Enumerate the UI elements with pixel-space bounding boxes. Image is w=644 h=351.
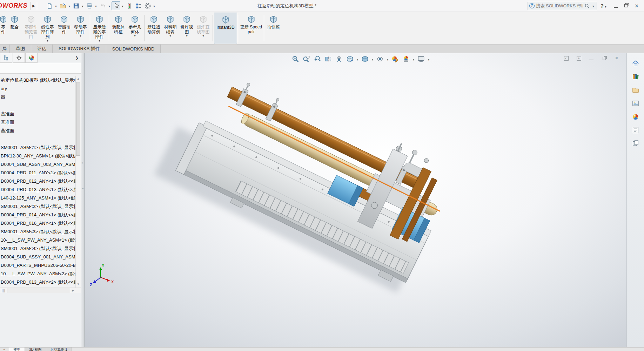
ribbon-button[interactable]: 新建运动算例 [146,13,162,44]
print-icon[interactable] [85,1,94,10]
display-manager-icon[interactable] [25,53,38,63]
display-settings-icon[interactable] [134,1,143,10]
ribbon-button[interactable]: 零件 [0,13,6,44]
feature-tree-icon[interactable] [0,53,12,63]
options-gear-icon[interactable] [143,1,152,10]
tree-item[interactable]: 的定位机构3D模型 (默认<默认_显示状 [0,76,81,85]
restore-icon[interactable] [601,55,608,62]
search-box[interactable] [528,2,597,10]
hide-show-items-icon[interactable] [375,54,385,64]
tree-item[interactable]: BPK12-30_ANY_ASM<1> (默认<默认 [0,152,81,160]
close-icon[interactable] [613,55,620,62]
scroll-right-icon[interactable] [70,289,76,292]
open-icon[interactable] [58,1,67,10]
tree-item[interactable]: D0004_PRD_013_ANY<2> (默认<<默 [0,278,81,286]
ribbon-button[interactable]: 移动零部件 [72,13,89,44]
tree-item[interactable]: D0004_SUB_ASSY_001_ANY_ASM<1 [0,253,81,261]
panel-flyout-icon[interactable] [74,55,80,61]
tree-item[interactable]: D0004_PRD_016_ANY<1> (默认<<默 [0,219,81,228]
tree-item[interactable]: D0004_SUB_ASSY_003_ANY_ASM<1 [0,160,81,169]
ribbon-button[interactable]: 更新 Speedpak [240,13,263,44]
section-view-icon[interactable] [323,54,333,64]
new-document-icon[interactable] [45,1,54,10]
chevron-down-icon[interactable] [371,56,374,62]
previous-view-icon[interactable] [312,54,322,64]
minimize-icon[interactable] [588,55,595,62]
restore-icon[interactable] [621,1,631,11]
tree-item[interactable]: 器 [0,93,81,101]
chevron-down-icon[interactable] [94,3,98,8]
tab-scroll-left-icon[interactable] [0,347,9,351]
document-pane-icon[interactable] [630,139,641,148]
tree-item[interactable]: 基准面 [0,110,81,118]
file-explorer-icon[interactable] [630,86,641,95]
chevron-down-icon[interactable] [412,56,415,62]
command-tab[interactable]: SOLIDWORKS 插件 [53,45,106,53]
tree-item[interactable]: 基准面 [0,118,81,127]
ribbon-button[interactable]: 线性零部件阵列 [39,13,56,44]
menu-flyout-icon[interactable] [30,2,37,10]
minimize-icon[interactable] [610,1,621,11]
scroll-down-icon[interactable] [76,282,81,287]
tree-item[interactable]: SM0001_ASM<3> (默认<默认_显示状 [0,228,81,236]
graphics-viewport[interactable]: X Y Z [85,53,626,347]
appearances-icon[interactable] [630,112,641,121]
document-tab[interactable]: 3D 视图 [25,347,46,351]
search-input[interactable] [536,4,583,8]
annotations-icon[interactable] [334,54,344,64]
search-icon[interactable] [584,3,590,9]
ribbon-button[interactable]: 配合 [6,13,23,44]
close-icon[interactable] [631,1,642,11]
chevron-down-icon[interactable] [54,3,58,8]
design-library-icon[interactable] [630,72,641,81]
custom-properties-icon[interactable] [630,126,641,135]
pane-left-icon[interactable] [563,55,570,62]
tree-item[interactable]: D0004_PARTS_MHPUS206-50-20-B_ [0,261,81,270]
help-button[interactable]: ? [601,3,608,9]
panel-splitter[interactable] [81,53,85,347]
ribbon-button[interactable]: 智能扣件 [56,13,72,44]
zoom-to-fit-icon[interactable] [290,54,301,64]
zoom-to-area-icon[interactable] [301,54,311,64]
tree-item[interactable] [0,135,81,143]
view-settings-icon[interactable] [416,54,426,64]
chevron-down-icon[interactable] [121,3,125,8]
scroll-up-icon[interactable] [76,76,81,81]
document-tab[interactable]: 模型 [9,347,25,351]
tree-item[interactable]: 10-__L_SW_PW_ANY_ASM<2> (默认 [0,270,81,278]
ribbon-button[interactable]: 拍快照 [265,13,282,44]
tree-item[interactable]: ory [0,85,81,93]
chevron-down-icon[interactable] [81,3,85,8]
home-icon[interactable] [630,59,641,68]
chevron-down-icon[interactable] [591,3,595,8]
tree-item[interactable]: D0004_PRD_011_ANY<1> (默认<<默 [0,169,81,177]
save-icon[interactable] [72,1,80,10]
tree-item[interactable]: SM0001_ASM<2> (默认<默认_显示状 [0,202,81,211]
tree-horizontal-scrollbar[interactable] [0,288,81,293]
select-cursor-icon[interactable] [112,1,120,10]
tree-item[interactable] [0,101,81,110]
chevron-down-icon[interactable] [427,56,430,62]
tree-item[interactable]: D0004_PRD_012_ANY<1> (默认<<默 [0,177,81,185]
tree-vertical-scrollbar[interactable] [75,76,81,288]
command-tab[interactable]: SOLIDWORKS MBD [106,45,161,53]
tree-item[interactable]: SM0001_ASM<4> (默认<默认_显示状 [0,244,81,253]
scrollbar-grip[interactable] [0,289,7,292]
property-manager-icon[interactable] [13,53,25,63]
pane-right-icon[interactable] [575,55,582,62]
view-palette-icon[interactable] [630,99,641,108]
chevron-down-icon[interactable] [356,56,359,62]
tree-item[interactable]: D0004_PRD_013_ANY<1> (默认<<默 [0,185,81,194]
ribbon-button[interactable]: 材料明细表 [162,13,179,44]
tree-item[interactable]: SM0001_ASM<1> (默认<默认_显示状 [0,143,81,152]
command-tab[interactable]: 评估 [31,45,53,53]
view-orientation-icon[interactable] [345,54,355,64]
command-tab[interactable]: 草图 [10,45,31,53]
tree-item[interactable]: D0004_PRD_014_ANY<1> (默认<<默 [0,211,81,219]
ribbon-button[interactable]: 装配体特征 [110,13,127,44]
edit-appearance-icon[interactable] [390,54,400,64]
tree-item[interactable]: L40-12-125_ANY_ASM<1> (默认<默 [0,194,81,202]
tree-item[interactable]: 10-__L_SW_PW_ANY_ASM<1> (默认 [0,236,81,244]
scrollbar-thumb[interactable] [76,82,80,156]
document-tab[interactable]: 运动算例 1 [46,347,72,351]
